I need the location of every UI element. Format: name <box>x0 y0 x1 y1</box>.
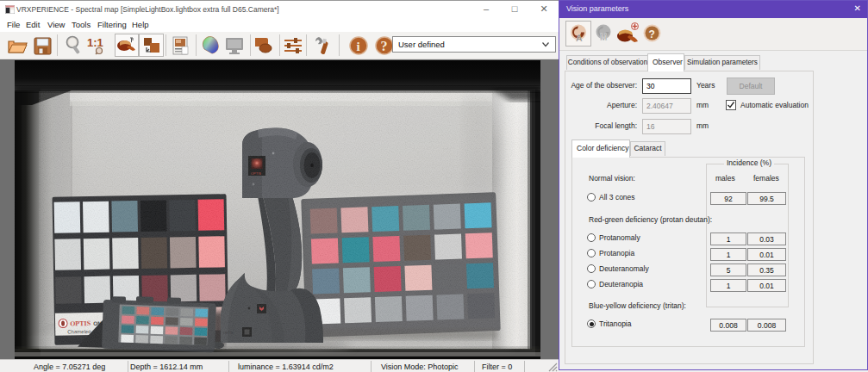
svg-text:1:1: 1:1 <box>87 36 103 49</box>
svg-text:?: ? <box>649 28 655 40</box>
svg-text:i: i <box>357 40 360 53</box>
svg-text:A: A <box>576 33 583 43</box>
svg-text:M: M <box>600 33 607 42</box>
svg-text:?: ? <box>381 39 388 53</box>
